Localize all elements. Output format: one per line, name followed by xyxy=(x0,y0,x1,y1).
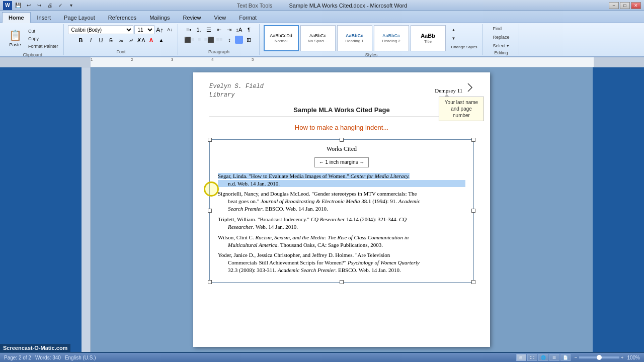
zoom-thumb[interactable] xyxy=(597,355,602,360)
main-area: Evelyn S. Field Library Sample MLA Works… xyxy=(0,67,644,352)
page-title-area: Sample MLA Works Cited Page xyxy=(209,106,474,117)
superscript-btn[interactable]: x² xyxy=(127,36,136,45)
tab-mailings[interactable]: Mailings xyxy=(143,12,176,23)
zoom-percent: 100% xyxy=(627,355,640,360)
view-print-btn[interactable]: ⊞ xyxy=(516,354,526,361)
find-btn[interactable]: Find xyxy=(491,25,504,32)
maximize-btn[interactable]: □ xyxy=(620,2,630,9)
undo-btn[interactable]: ↩ xyxy=(24,1,33,10)
font-grow-btn[interactable]: A↑ xyxy=(155,25,165,34)
increase-indent-btn[interactable]: ⇥ xyxy=(224,25,233,34)
font-face-select[interactable]: Calibri (Body) xyxy=(68,25,133,34)
zoom-slider-area: − + 100% xyxy=(575,355,640,360)
font-label: Font xyxy=(117,48,126,54)
window-controls: − □ ✕ xyxy=(609,2,641,9)
format-painter-button[interactable]: Format Painter xyxy=(26,43,60,50)
style-normal[interactable]: AaBbCcDd Normal xyxy=(264,25,299,51)
styles-scroll-up[interactable]: ▲ xyxy=(449,26,458,33)
multilevel-btn[interactable]: ☰ xyxy=(204,25,213,34)
yellow-circle-indicator xyxy=(204,182,219,197)
align-left-btn[interactable]: ⬛≡ xyxy=(185,35,194,44)
library-line2: Library xyxy=(209,91,474,100)
show-hide-btn[interactable]: ¶ xyxy=(245,25,254,34)
styles-label: Styles xyxy=(365,51,378,57)
sort-btn[interactable]: ↕A xyxy=(234,25,244,34)
shading-btn[interactable] xyxy=(235,36,243,44)
strikethrough-btn[interactable]: S̶ xyxy=(107,36,116,45)
cut-button[interactable]: Cut xyxy=(26,28,60,35)
bib-entry-2: Signorielli, Nancy, and Douglas McLeod. … xyxy=(218,190,465,213)
align-center-btn[interactable]: ≡ xyxy=(195,35,204,44)
numbering-btn[interactable]: 1. xyxy=(194,25,203,34)
highlight-btn[interactable]: ▲ xyxy=(157,36,166,45)
font-face-row: Calibri (Body) 11 A↑ A↓ xyxy=(68,25,175,34)
tab-format[interactable]: Format xyxy=(232,12,263,23)
clear-format-btn[interactable]: ✗A xyxy=(137,36,146,45)
handle-topleft[interactable] xyxy=(208,138,212,142)
tab-insert[interactable]: Insert xyxy=(31,12,58,23)
copy-button[interactable]: Copy xyxy=(26,35,60,42)
view-fullscreen-btn[interactable]: ⛶ xyxy=(527,354,537,361)
text-color-btn[interactable]: A xyxy=(147,36,156,45)
spell-btn[interactable]: ✓ xyxy=(56,1,65,10)
justify-btn[interactable]: ≡≡ xyxy=(215,35,224,44)
tab-references[interactable]: References xyxy=(102,12,143,23)
close-btn[interactable]: ✕ xyxy=(631,2,641,9)
status-words: Words: 340 xyxy=(35,355,61,360)
customize-btn[interactable]: ▾ xyxy=(66,1,75,10)
minimize-btn[interactable]: − xyxy=(609,2,619,9)
view-web-btn[interactable]: 🌐 xyxy=(538,354,548,361)
font-size-select[interactable]: 11 xyxy=(134,25,154,34)
view-outline-btn[interactable]: ☰ xyxy=(549,354,559,361)
decrease-indent-btn[interactable]: ⇤ xyxy=(214,25,223,34)
border-btn[interactable]: ⊞ xyxy=(244,35,253,44)
bullets-btn[interactable]: ≡• xyxy=(184,25,193,34)
handle-topright[interactable] xyxy=(471,138,475,142)
replace-btn[interactable]: Replace xyxy=(491,34,512,41)
view-draft-btn[interactable]: 📄 xyxy=(560,354,571,361)
tab-pagelayout[interactable]: Page Layout xyxy=(57,12,102,23)
handle-bottomleft[interactable] xyxy=(208,280,212,284)
editing-label: Editing xyxy=(494,49,508,55)
redo-btn[interactable]: ↪ xyxy=(35,1,44,10)
font-shrink-btn[interactable]: A↓ xyxy=(166,25,175,34)
view-buttons: ⊞ ⛶ 🌐 ☰ 📄 xyxy=(516,354,571,361)
textbox-container[interactable]: Works Cited ← 1 inch margins → Segar, Li… xyxy=(209,139,474,283)
paste-button[interactable]: 📋 Paste xyxy=(5,25,25,51)
handle-midright[interactable] xyxy=(471,209,475,213)
subscript-btn[interactable]: x₂ xyxy=(117,36,126,45)
content-area[interactable]: Evelyn S. Field Library Sample MLA Works… xyxy=(91,67,593,352)
ruler: 1 2 3 4 5 xyxy=(0,57,644,67)
align-right-btn[interactable]: ≡⬛ xyxy=(205,35,214,44)
save-quick-btn[interactable]: 💾 xyxy=(14,1,23,10)
editing-group: Find Replace Select ▾ Editing xyxy=(484,24,519,55)
zoom-slider[interactable] xyxy=(579,356,619,358)
bib-entry-1: Segar, Linda. "How to Evaluate Media Ima… xyxy=(218,172,465,188)
bold-btn[interactable]: B xyxy=(76,36,86,45)
entry1-highlight: Segar, Linda. "How to Evaluate Media Ima… xyxy=(218,173,410,179)
handle-topcenter[interactable] xyxy=(340,138,344,142)
select-btn[interactable]: Select ▾ xyxy=(491,42,512,49)
style-heading1[interactable]: AaBbCc Heading 1 xyxy=(337,25,372,51)
style-heading2[interactable]: AaBbCc Heading 2 xyxy=(374,25,409,51)
library-header: Evelyn S. Field Library xyxy=(209,82,474,100)
zoom-out-btn[interactable]: − xyxy=(575,355,578,360)
tab-home[interactable]: Home xyxy=(2,12,31,23)
underline-btn[interactable]: U xyxy=(97,36,106,45)
style-title[interactable]: AaBb Title xyxy=(411,25,446,51)
handle-midleft[interactable] xyxy=(208,209,212,213)
change-styles-btn[interactable]: Change Styles xyxy=(449,43,479,50)
page-number: Dempsey 11 xyxy=(435,87,462,94)
style-no-spacing[interactable]: AaBbCc No Spaci... xyxy=(300,25,336,51)
italic-btn[interactable]: I xyxy=(87,36,96,45)
print-btn[interactable]: 🖨 xyxy=(45,1,54,10)
line-spacing-btn[interactable]: ↕ xyxy=(225,35,234,44)
handle-bottomright[interactable] xyxy=(471,280,475,284)
tab-review[interactable]: Review xyxy=(176,12,207,23)
left-margin xyxy=(0,67,91,352)
tab-view[interactable]: View xyxy=(208,12,233,23)
styles-extra: ▲ ▼ Change Styles xyxy=(449,26,479,50)
handle-bottomcenter[interactable] xyxy=(340,280,344,284)
zoom-in-btn[interactable]: + xyxy=(621,355,624,360)
styles-scroll-down[interactable]: ▼ xyxy=(449,35,458,42)
